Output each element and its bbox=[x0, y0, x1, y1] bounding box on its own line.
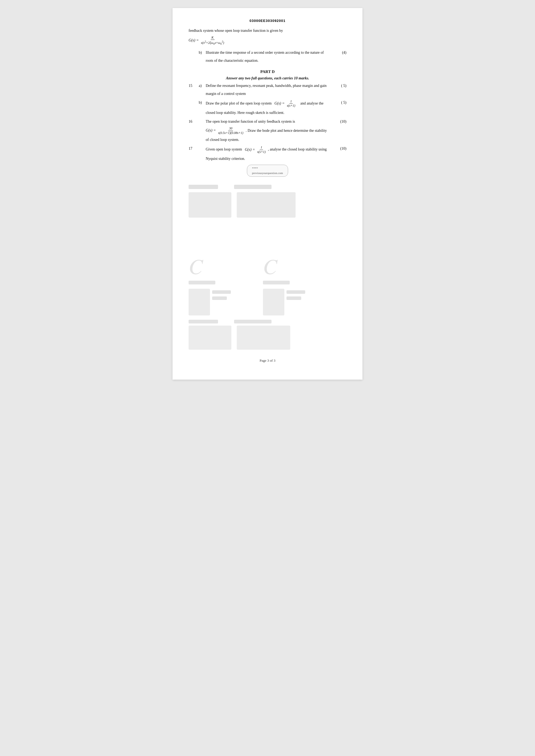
bl-2 bbox=[234, 320, 271, 323]
q16-row: 16 The open loop transfer function of un… bbox=[188, 119, 347, 125]
q16-formula: G(s) = 30 s(0.5s+1)(0.08s+1) . Draw the … bbox=[206, 126, 347, 135]
q16-num: 16 bbox=[188, 119, 199, 125]
intro-words: feedback system whose open loop transfer… bbox=[188, 28, 283, 34]
c-text-lines-2 bbox=[287, 290, 305, 315]
redact-row-1 bbox=[188, 185, 347, 189]
q17-continuation: Nyquist stability criterion. bbox=[206, 156, 347, 162]
q16-text2: . Draw the bode plot and hence determine… bbox=[246, 127, 327, 134]
fraction-q17: 1 s(s+1) bbox=[257, 146, 267, 154]
q15b-spacer bbox=[188, 99, 199, 108]
page-footer: Page 3 of 3 bbox=[188, 358, 347, 364]
q15a-letter: a) bbox=[199, 83, 206, 89]
c-shape-1: 𝐶 bbox=[188, 256, 231, 278]
q15a-continuation: margin of a control system bbox=[206, 91, 347, 97]
redact-block-2 bbox=[237, 192, 296, 218]
fraction-q15b: 1 s(s+1) bbox=[286, 99, 296, 108]
header-title: 03000EE303092001 bbox=[250, 19, 286, 23]
fraction-k: K s(s2+2ξωns+ωn2) bbox=[200, 36, 225, 46]
q14b-text: Illustrate the time response of a second… bbox=[206, 49, 335, 56]
fraction-q16: 30 s(0.5s+1)(0.08s+1) bbox=[217, 126, 244, 135]
redact-block-1 bbox=[188, 192, 231, 218]
q14b-marks: (4) bbox=[335, 49, 347, 56]
c-block-1: 𝐶 bbox=[188, 256, 231, 315]
watermark-url: previousyearquestion.com bbox=[252, 171, 283, 175]
q16-spacer bbox=[199, 119, 206, 125]
q15b-text: Draw the polar plot of the open loop sys… bbox=[206, 99, 335, 108]
q15b-formula: G(s) = 1 s(s+1) bbox=[274, 101, 297, 105]
q17-text: Given open loop system G(s) = 1 s(s+1) ,… bbox=[206, 146, 335, 154]
watermark: **** previousyearquestion.com bbox=[247, 165, 288, 177]
q15b-letter: b) bbox=[199, 99, 206, 108]
redact-1a bbox=[188, 185, 218, 189]
q15a-marks: ( 5) bbox=[335, 83, 347, 89]
c-line-2a bbox=[263, 281, 290, 284]
q16-continuation: of closed loop system. bbox=[206, 137, 347, 143]
part-d-title: PART D bbox=[188, 68, 347, 75]
q15b-row: b) Draw the polar plot of the open loop … bbox=[188, 99, 347, 108]
q15b-continuation: closed loop stability. Here rough sketch… bbox=[206, 110, 347, 116]
q17-block: 17 Given open loop system G(s) = 1 s(s+1… bbox=[188, 146, 347, 162]
q17-num: 17 bbox=[188, 146, 199, 154]
watermark-box: **** previousyearquestion.com bbox=[188, 165, 347, 177]
c-tl-3 bbox=[287, 290, 305, 294]
c-block-2-lines bbox=[263, 289, 305, 315]
gs-formula-1: G(s) = K s(s2+2ξωns+ωn2) bbox=[188, 36, 347, 46]
intro-text: feedback system whose open loop transfer… bbox=[188, 28, 347, 34]
c-inner-block-1 bbox=[188, 289, 210, 315]
bottom-b-2 bbox=[237, 326, 290, 350]
redact-row-2 bbox=[188, 192, 347, 218]
watermark-stars: **** bbox=[252, 167, 258, 170]
c-block-1-lines bbox=[188, 289, 231, 315]
c-tl-4 bbox=[287, 296, 301, 300]
c-text-lines-1 bbox=[212, 290, 231, 315]
formula-text: G(s) = K s(s2+2ξωns+ωn2) bbox=[188, 38, 226, 42]
q16-text: The open loop transfer function of unity… bbox=[206, 119, 335, 125]
c-inner-block-2 bbox=[263, 289, 284, 315]
bl-1 bbox=[188, 320, 218, 323]
q16-block: 16 The open loop transfer function of un… bbox=[188, 119, 347, 143]
bottom-lines-row bbox=[188, 320, 347, 323]
spacer-1 bbox=[188, 224, 347, 256]
q14b-num bbox=[188, 49, 199, 56]
exam-page: 03000EE303092001 feedback system whose o… bbox=[173, 8, 362, 380]
c-line-1a bbox=[188, 281, 215, 284]
q16-marks: (10) bbox=[335, 119, 347, 125]
c-tl-2 bbox=[212, 296, 227, 300]
q15b-marks: ( 5) bbox=[335, 99, 347, 108]
q15a-text: Define the resonant frequency, resonant … bbox=[206, 83, 335, 89]
bottom-block-row bbox=[188, 326, 347, 350]
c-block-2: 𝐶 bbox=[263, 256, 305, 315]
page-header: 03000EE303092001 bbox=[188, 19, 347, 23]
q17-spacer bbox=[199, 146, 206, 154]
q17-row: 17 Given open loop system G(s) = 1 s(s+1… bbox=[188, 146, 347, 154]
c-tl-1 bbox=[212, 290, 231, 294]
c-shape-2: 𝐶 bbox=[263, 256, 305, 278]
footer-text: Page 3 of 3 bbox=[260, 359, 275, 363]
q17-text2: , analyse the closed loop stability usin… bbox=[268, 148, 327, 151]
q15a-row: 15 a) Define the resonant frequency, res… bbox=[188, 83, 347, 89]
bottom-b-1 bbox=[188, 326, 231, 350]
q15-num: 15 bbox=[188, 83, 199, 89]
page-bottom: 𝐶 𝐶 bbox=[188, 185, 347, 350]
q17-formula: G(s) = 1 s(s+1) bbox=[245, 148, 268, 151]
part-d-subtitle: Answer any two full questions, each carr… bbox=[188, 75, 347, 82]
page-content: feedback system whose open loop transfer… bbox=[188, 28, 347, 364]
redact-1b bbox=[234, 185, 271, 189]
q14b-row: b) Illustrate the time response of a sec… bbox=[188, 49, 347, 56]
q17-marks: (10) bbox=[335, 146, 347, 154]
q14b-letter: b) bbox=[199, 49, 206, 56]
c-shapes-row: 𝐶 𝐶 bbox=[188, 256, 347, 315]
part-d-header: PART D Answer any two full questions, ea… bbox=[188, 68, 347, 82]
q14b-continuation: roots of the characteristic equation. bbox=[206, 58, 347, 64]
